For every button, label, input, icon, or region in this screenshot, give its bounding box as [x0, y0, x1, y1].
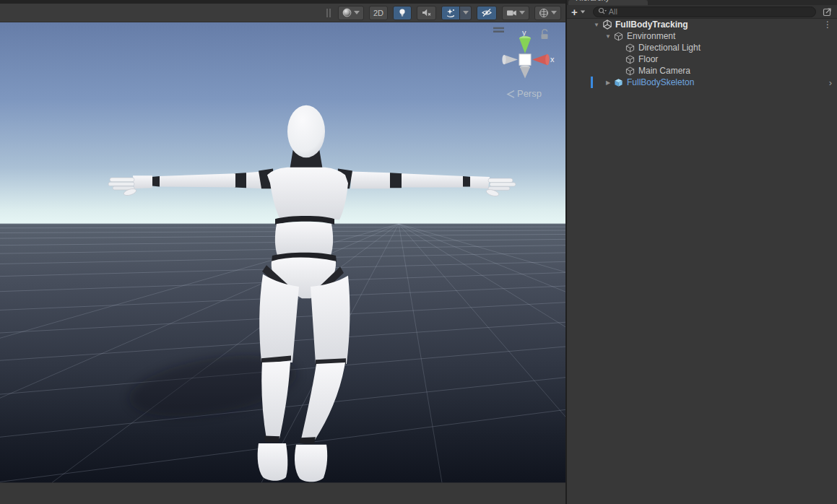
- hierarchy-item-label: FullBodyTracking: [615, 19, 688, 30]
- visibility-toggle-button[interactable]: [477, 6, 497, 20]
- hierarchy-row-main-camera[interactable]: Main Camera: [567, 65, 837, 77]
- gameobject-cube-icon: [625, 43, 635, 53]
- effects-toggle-group: [441, 6, 472, 20]
- gameobject-cube-icon: [614, 32, 623, 41]
- open-prefab-chevron-icon[interactable]: ›: [829, 77, 832, 88]
- hierarchy-row-directional-light[interactable]: Directional Light: [567, 42, 837, 53]
- axis-y-label: y: [522, 28, 526, 37]
- gameobject-cube-icon: [625, 66, 635, 76]
- chevron-down-icon: [463, 11, 469, 14]
- 2d-toggle-button[interactable]: 2D: [369, 6, 388, 20]
- open-in-new-window-icon[interactable]: [822, 6, 833, 17]
- create-object-button[interactable]: +: [571, 6, 586, 17]
- hierarchy-item-label: Floor: [638, 54, 658, 64]
- hierarchy-row-floor[interactable]: Floor: [567, 53, 837, 65]
- hierarchy-tab-label: Hierarchy: [568, 0, 648, 2]
- shading-mode-button[interactable]: [338, 6, 364, 20]
- prefab-indicator-bar: [591, 77, 593, 88]
- prefab-cube-icon: [614, 78, 623, 87]
- projection-label: Persp: [517, 88, 542, 99]
- expander-collapsed-icon[interactable]: ▶: [603, 79, 613, 86]
- eye-hidden-icon: [481, 8, 493, 17]
- expander-expanded-icon[interactable]: ▼: [591, 22, 602, 28]
- hierarchy-row-fullbodytracking[interactable]: ▼FullBodyTracking⋮: [567, 19, 837, 30]
- hierarchy-tree: ▼FullBodyTracking⋮▼EnvironmentDirectiona…: [567, 19, 837, 88]
- scene-viewport-canvas[interactable]: y x Persp: [0, 22, 565, 504]
- hierarchy-row-environment[interactable]: ▼Environment: [567, 30, 837, 42]
- gizmo-sphere-icon: [539, 8, 549, 18]
- lighting-toggle-button[interactable]: [393, 6, 412, 20]
- audio-toggle-button[interactable]: [417, 6, 436, 20]
- unity-editor-window: 2D: [0, 0, 837, 504]
- hierarchy-item-label: Main Camera: [638, 66, 690, 76]
- search-icon: [598, 5, 607, 18]
- camera-menu-button[interactable]: [502, 6, 529, 20]
- hierarchy-tab[interactable]: Hierarchy: [568, 0, 648, 5]
- chevron-down-icon: [551, 11, 557, 14]
- hierarchy-panel: Hierarchy + All: [565, 0, 837, 504]
- hierarchy-item-label: Directional Light: [638, 43, 701, 53]
- gizmos-menu-button[interactable]: [534, 6, 561, 20]
- effects-icon: [446, 8, 456, 18]
- camera-icon: [506, 9, 517, 17]
- hierarchy-item-label: Environment: [627, 31, 675, 41]
- audio-mute-icon: [421, 8, 432, 17]
- gameobject-cube-icon: [625, 55, 635, 64]
- shaded-sphere-icon: [342, 8, 352, 17]
- hierarchy-row-fullbodyskeleton[interactable]: ▶FullBodySkeleton›: [567, 77, 837, 88]
- chevron-down-icon: [519, 11, 525, 14]
- effects-toggle-button[interactable]: [441, 6, 460, 20]
- expander-expanded-icon[interactable]: ▼: [603, 33, 613, 40]
- hierarchy-toolbar: + All: [567, 5, 837, 19]
- scene-view-toolbar: 2D: [0, 4, 565, 22]
- scene-view-pane: 2D: [0, 0, 565, 504]
- chevron-down-icon: [581, 10, 585, 13]
- plus-icon: +: [571, 6, 578, 17]
- 2d-toggle-label: 2D: [373, 9, 383, 17]
- hierarchy-tab-bar: Hierarchy: [567, 0, 837, 5]
- row-context-menu-icon[interactable]: ⋮: [823, 19, 832, 30]
- hierarchy-item-label: FullBodySkeleton: [627, 77, 694, 87]
- search-placeholder: All: [609, 7, 617, 16]
- gizmo-center-cube[interactable]: [519, 54, 531, 65]
- toolbar-drag-handle[interactable]: [326, 9, 331, 17]
- unity-scene-icon: [602, 19, 612, 30]
- chevron-down-icon: [354, 11, 360, 14]
- lightbulb-icon: [398, 8, 407, 17]
- hierarchy-search-input[interactable]: All: [593, 6, 816, 17]
- axis-x-label: x: [550, 56, 555, 64]
- effects-dropdown-button[interactable]: [460, 6, 472, 20]
